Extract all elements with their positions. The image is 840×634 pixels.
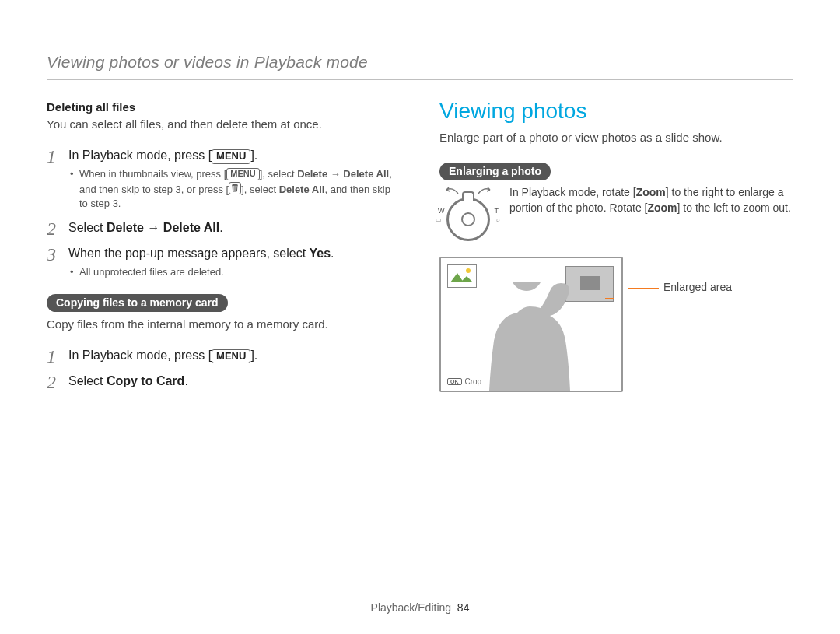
content-columns: Deleting all files You can select all fi…	[47, 100, 793, 401]
step-text: Select	[68, 374, 107, 387]
left-column: Deleting all files You can select all fi…	[47, 100, 401, 401]
step-text: In Playback mode, press [	[68, 149, 212, 162]
zoom-bold: Zoom	[647, 201, 677, 214]
zoom-dial-icon: W T ▭ ⌕	[439, 185, 497, 241]
step-text: ].	[250, 149, 257, 162]
copy-description: Copy files from the internal memory to a…	[47, 317, 401, 332]
step-3: When the pop-up message appears, select …	[47, 244, 401, 279]
section-heading: Viewing photos	[439, 99, 793, 124]
sub-text: When in thumbnails view, press [	[79, 168, 226, 180]
step-text: In Playback mode, press [	[68, 349, 212, 362]
menu-button-icon: MENU	[212, 349, 250, 363]
sub-bold: Delete All	[279, 184, 325, 195]
step-bold: Delete → Delete All	[107, 221, 219, 234]
sub-text: ], select	[241, 184, 278, 195]
camera-screen-illustration: OK Crop	[439, 257, 623, 392]
callout-enlarged-area: Enlarged area	[663, 281, 732, 293]
arrow-cw-icon	[477, 187, 492, 194]
arrow-ccw-icon	[444, 187, 460, 194]
pill-enlarge: Enlarging a photo	[439, 163, 551, 180]
step-bold: Yes	[310, 247, 331, 260]
callout-connector	[628, 288, 659, 289]
pill-copy-card: Copying files to a memory card	[47, 294, 228, 312]
delete-all-description: You can select all files, and then delet…	[47, 117, 401, 132]
crop-label: Crop	[465, 377, 482, 386]
step-bold: Copy to Card	[107, 374, 184, 387]
crop-label-row: OK Crop	[447, 377, 481, 386]
dial-t-label: T	[495, 207, 499, 215]
footer-page-number: 84	[457, 601, 470, 614]
footer-section: Playback/Editing	[371, 601, 452, 614]
zoom-text: ] to the left to zoom out.	[677, 201, 791, 214]
sub-bullet: All unprotected files are deleted.	[68, 265, 401, 279]
delete-all-steps: In Playback mode, press [MENU]. When in …	[47, 146, 401, 279]
ok-key-icon: OK	[447, 378, 462, 385]
step-text: .	[219, 221, 222, 234]
zoom-text: In Playback mode, rotate [	[509, 186, 636, 198]
step-3-sub: All unprotected files are deleted.	[68, 265, 401, 279]
sub-text: ], select	[260, 168, 297, 180]
step-text: .	[331, 247, 334, 260]
svg-point-3	[466, 268, 471, 273]
manual-page: Viewing photos or videos in Playback mod…	[0, 0, 840, 634]
copy-steps: In Playback mode, press [MENU]. Select C…	[47, 346, 401, 390]
breadcrumb: Viewing photos or videos in Playback mod…	[47, 53, 793, 80]
right-column: Viewing photos Enlarge part of a photo o…	[439, 100, 793, 401]
step-1: In Playback mode, press [MENU].	[47, 346, 401, 364]
sub-bold: Delete → Delete All	[297, 168, 389, 180]
zoom-instruction-row: W T ▭ ⌕ In Playback mode, rotate [Zoom] …	[439, 185, 793, 241]
step-text: When the pop-up message appears, select	[68, 247, 310, 260]
dial-w-label: W	[438, 207, 445, 215]
zoom-bold: Zoom	[636, 186, 666, 198]
step-text: .	[184, 374, 187, 387]
zoom-instruction-text: In Playback mode, rotate [Zoom] to the r…	[509, 185, 793, 215]
heading-delete-all: Deleting all files	[47, 100, 401, 114]
step-2: Select Copy to Card.	[47, 372, 401, 390]
dial-tele-icon: ⌕	[496, 216, 500, 223]
menu-button-icon: MENU	[212, 149, 250, 163]
step-text: ].	[250, 349, 257, 362]
trash-icon	[229, 182, 241, 194]
sub-bullet: When in thumbnails view, press [MENU], s…	[68, 167, 401, 211]
step-2: Select Delete → Delete All.	[47, 219, 401, 236]
dial-wide-icon: ▭	[436, 216, 442, 223]
person-silhouette	[467, 282, 592, 391]
step-1-sub: When in thumbnails view, press [MENU], s…	[68, 167, 401, 211]
page-footer: Playback/Editing 84	[0, 601, 840, 614]
section-description: Enlarge part of a photo or view photos a…	[439, 130, 793, 145]
step-1: In Playback mode, press [MENU]. When in …	[47, 146, 401, 211]
preview-row: OK Crop Enlarged area	[439, 257, 793, 392]
step-text: Select	[68, 221, 107, 234]
menu-button-icon: MENU	[226, 168, 259, 180]
